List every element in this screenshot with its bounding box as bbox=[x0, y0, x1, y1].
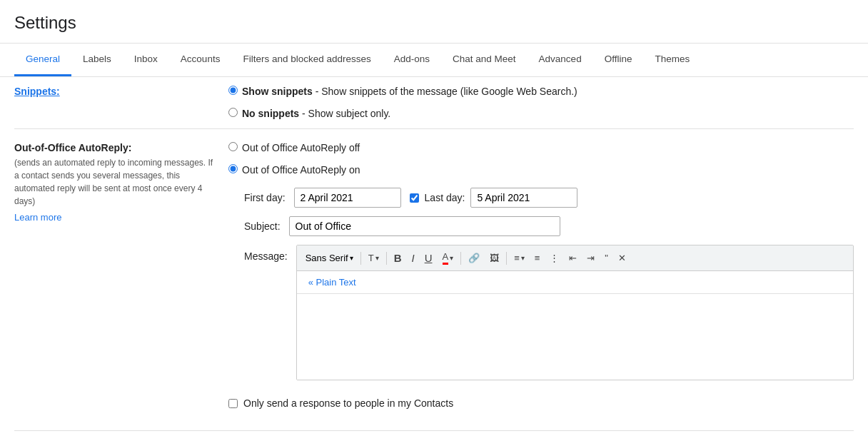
underline-button[interactable]: U bbox=[420, 249, 437, 267]
first-day-label: First day: bbox=[244, 192, 286, 203]
tab-accounts[interactable]: Accounts bbox=[169, 44, 232, 76]
page-title: Settings bbox=[0, 0, 868, 44]
snippets-no-option[interactable]: No snippets - Show subject only. bbox=[228, 106, 854, 121]
numbered-list-icon: ≡ bbox=[535, 253, 540, 263]
toolbar-divider-1 bbox=[360, 252, 361, 265]
font-color-button[interactable]: A ▾ bbox=[438, 248, 458, 268]
snippets-show-radio[interactable] bbox=[228, 86, 238, 95]
autoreply-on-option[interactable]: Out of Office AutoReply on bbox=[228, 163, 854, 178]
content-area: Snippets: Show snippets - Show snippets … bbox=[0, 77, 868, 431]
snippets-controls: Show snippets - Show snippets of the mes… bbox=[228, 84, 854, 121]
quote-icon: " bbox=[605, 253, 608, 263]
last-day-input[interactable] bbox=[470, 188, 577, 208]
tab-labels[interactable]: Labels bbox=[71, 44, 123, 76]
font-size-icon: T bbox=[368, 253, 374, 263]
indent-less-icon: ⇤ bbox=[569, 253, 577, 263]
plain-text-link[interactable]: « Plain Text bbox=[303, 274, 362, 290]
autoreply-setting-row: Out-of-Office AutoReply: (sends an autom… bbox=[14, 129, 854, 431]
font-chevron-icon: ▾ bbox=[350, 254, 353, 262]
autoreply-off-label: Out of Office AutoReply off bbox=[242, 141, 360, 156]
autoreply-controls: Out of Office AutoReply off Out of Offic… bbox=[228, 141, 854, 419]
subject-input[interactable] bbox=[289, 216, 560, 236]
subject-row: Subject: bbox=[244, 216, 854, 236]
tab-advanced[interactable]: Advanced bbox=[528, 44, 593, 76]
numbered-list-button[interactable]: ≡ bbox=[530, 250, 545, 266]
snippets-no-radio[interactable] bbox=[228, 108, 238, 117]
autoreply-label-title: Out-of-Office AutoReply: bbox=[14, 142, 214, 153]
toolbar-divider-2 bbox=[386, 252, 387, 265]
indent-more-button[interactable]: ⇥ bbox=[582, 250, 599, 266]
editor-toolbar: Sans Serif ▾ T ▾ B bbox=[297, 245, 853, 271]
font-label: Sans Serif bbox=[306, 253, 348, 263]
tab-addons[interactable]: Add-ons bbox=[383, 44, 441, 76]
snippets-label: Snippets: bbox=[14, 84, 228, 97]
tab-general[interactable]: General bbox=[14, 44, 71, 76]
autoreply-off-radio[interactable] bbox=[228, 142, 238, 151]
image-icon: 🖼 bbox=[490, 253, 499, 263]
bold-button[interactable]: B bbox=[390, 249, 406, 267]
snippets-show-option[interactable]: Show snippets - Show snippets of the mes… bbox=[228, 84, 854, 99]
message-row: Message: Sans Serif ▾ T ▾ bbox=[244, 245, 854, 380]
contacts-only-label: Only send a response to people in my Con… bbox=[243, 397, 453, 409]
editor-content-area[interactable] bbox=[297, 294, 853, 380]
italic-button[interactable]: I bbox=[407, 249, 418, 267]
quote-button[interactable]: " bbox=[600, 250, 612, 266]
plain-text-bar: « Plain Text bbox=[297, 271, 853, 294]
message-label: Message: bbox=[244, 245, 288, 262]
tab-themes[interactable]: Themes bbox=[643, 44, 701, 76]
toolbar-divider-4 bbox=[506, 252, 507, 265]
subject-label: Subject: bbox=[244, 220, 281, 232]
bulleted-list-button[interactable]: ⋮ bbox=[545, 250, 563, 266]
font-color-chevron-icon: ▾ bbox=[450, 254, 453, 262]
font-color-icon: A bbox=[443, 251, 449, 265]
remove-format-icon: ✕ bbox=[618, 253, 626, 263]
indent-less-button[interactable]: ⇤ bbox=[565, 250, 581, 266]
autoreply-on-label: Out of Office AutoReply on bbox=[242, 163, 360, 178]
lastday-group: Last day: bbox=[410, 188, 578, 208]
tab-filters[interactable]: Filters and blocked addresses bbox=[231, 44, 382, 76]
align-button[interactable]: ≡ ▾ bbox=[510, 250, 529, 266]
snippets-show-label: Show snippets - Show snippets of the mes… bbox=[242, 84, 577, 99]
autoreply-fields: First day: Last day: Subject: Message: bbox=[228, 188, 854, 380]
autoreply-on-radio[interactable] bbox=[228, 164, 238, 173]
align-icon: ≡ bbox=[514, 253, 520, 263]
font-selector[interactable]: Sans Serif ▾ bbox=[301, 250, 358, 266]
remove-format-button[interactable]: ✕ bbox=[614, 250, 630, 266]
bold-icon: B bbox=[394, 252, 402, 264]
snippets-no-label: No snippets - Show subject only. bbox=[242, 106, 390, 121]
tab-inbox[interactable]: Inbox bbox=[123, 44, 169, 76]
link-icon: 🔗 bbox=[468, 253, 480, 263]
first-day-input[interactable] bbox=[294, 188, 401, 208]
learn-more-link[interactable]: Learn more bbox=[14, 212, 214, 223]
underline-icon: U bbox=[425, 252, 433, 264]
autoreply-label-desc: (sends an automated reply to incoming me… bbox=[14, 156, 214, 208]
image-button[interactable]: 🖼 bbox=[485, 250, 503, 266]
font-size-button[interactable]: T ▾ bbox=[364, 250, 383, 266]
contacts-only-row[interactable]: Only send a response to people in my Con… bbox=[228, 387, 854, 419]
snippets-setting-row: Snippets: Show snippets - Show snippets … bbox=[14, 77, 854, 129]
last-day-label: Last day: bbox=[425, 192, 465, 203]
date-row: First day: Last day: bbox=[244, 188, 854, 208]
autoreply-label-col: Out-of-Office AutoReply: (sends an autom… bbox=[14, 141, 228, 223]
align-chevron-icon: ▾ bbox=[521, 254, 525, 262]
italic-icon: I bbox=[411, 252, 414, 264]
link-button[interactable]: 🔗 bbox=[464, 250, 484, 266]
bulleted-list-icon: ⋮ bbox=[550, 253, 559, 263]
toolbar-divider-3 bbox=[460, 252, 461, 265]
tab-chat[interactable]: Chat and Meet bbox=[441, 44, 528, 76]
font-size-chevron-icon: ▾ bbox=[375, 254, 379, 262]
tab-offline[interactable]: Offline bbox=[593, 44, 644, 76]
indent-more-icon: ⇥ bbox=[587, 253, 595, 263]
autoreply-off-option[interactable]: Out of Office AutoReply off bbox=[228, 141, 854, 156]
tabs-bar: General Labels Inbox Accounts Filters an… bbox=[0, 44, 868, 77]
message-editor: Sans Serif ▾ T ▾ B bbox=[296, 245, 854, 380]
last-day-checkbox[interactable] bbox=[410, 193, 419, 203]
contacts-only-checkbox[interactable] bbox=[228, 399, 238, 408]
